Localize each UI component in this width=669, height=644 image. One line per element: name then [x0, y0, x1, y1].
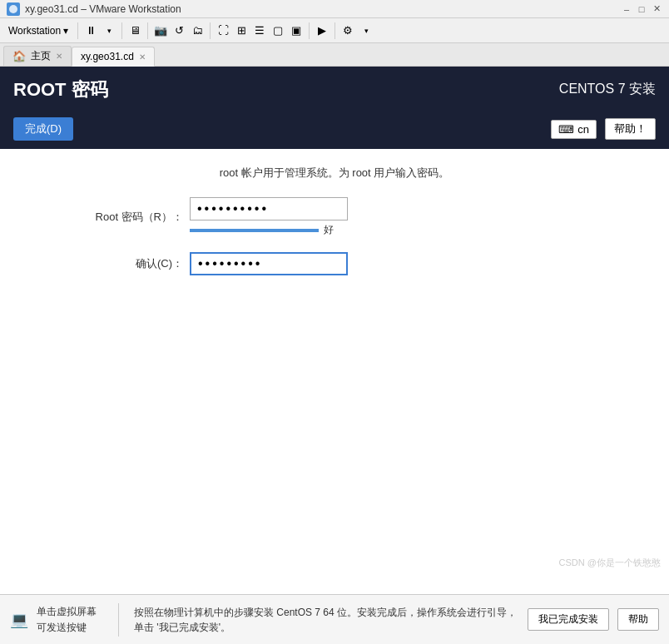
bottom-main-text: 按照在物理计算机中的步骤安装 CentOS 7 64 位。安装完成后，操作系统会…: [134, 605, 519, 635]
fullscreen2-button[interactable]: ▣: [288, 22, 305, 39]
tab-home-label: 主页: [31, 49, 51, 63]
password-label: Root 密码（R）：: [50, 210, 183, 225]
confirm-input[interactable]: [190, 252, 348, 275]
watermark: CSDN @你是一个铁憨憨: [559, 557, 661, 569]
tab-vm[interactable]: xy.geo31.cd ✕: [72, 47, 155, 67]
vm-action-bar: 完成(D) ⌨ cn 帮助！: [0, 112, 669, 149]
tab-vm-label: xy.geo31.cd: [81, 51, 134, 62]
strength-indicator: 好: [190, 223, 348, 237]
title-controls: – □ ✕: [621, 3, 662, 15]
computer-icon: 💻: [10, 611, 28, 629]
minimize-button[interactable]: –: [621, 3, 632, 15]
toolbar-separator-3: [147, 22, 148, 39]
svg-point-0: [9, 5, 17, 13]
workstation-label: Workstation: [8, 25, 61, 37]
toolbar-separator-6: [334, 22, 335, 39]
pause-button[interactable]: ⏸: [82, 22, 99, 39]
tab-home-close[interactable]: ✕: [56, 52, 62, 61]
home-icon: 🏠: [12, 50, 26, 62]
strength-label: 好: [324, 223, 334, 237]
window-title: xy.geo31.cd – VMware Workstation: [25, 3, 181, 15]
vm-description: root 帐户用于管理系统。为 root 用户输入密码。: [50, 166, 619, 181]
password-input[interactable]: [190, 197, 348, 220]
fit-guest-button[interactable]: ⊞: [233, 22, 250, 39]
tab-home[interactable]: 🏠 主页 ✕: [3, 46, 72, 66]
done-button[interactable]: 完成(D): [13, 117, 73, 141]
workstation-dropdown-arrow: ▾: [63, 25, 68, 37]
close-button[interactable]: ✕: [651, 3, 662, 15]
bottom-separator: [118, 603, 119, 637]
lang-display: cn: [577, 123, 589, 136]
bottom-line2: 可发送按键: [37, 621, 103, 635]
bottom-help-button[interactable]: 帮助: [617, 608, 659, 631]
snapshot-manager-button[interactable]: 🗂: [189, 22, 206, 39]
confirm-input-area: [190, 252, 348, 275]
title-bar: xy.geo31.cd – VMware Workstation – □ ✕: [0, 0, 669, 18]
title-bar-left: xy.geo31.cd – VMware Workstation: [7, 2, 181, 16]
revert-button[interactable]: ↺: [171, 22, 187, 39]
vm-header-right: CENTOS 7 安装: [559, 81, 656, 98]
menu-bar: Workstation ▾ ⏸ ▾ 🖥 📷 ↺ 🗂 ⛶ ⊞ ☰ ▢ ▣ ▶ ⚙ …: [0, 18, 669, 43]
toolbar-separator-2: [121, 22, 122, 39]
send-ctrl-alt-del-button[interactable]: 🖥: [126, 22, 143, 39]
strength-bar: [190, 229, 319, 232]
bottom-left-text: 单击虚拟屏幕 可发送按键: [37, 605, 103, 635]
restore-button[interactable]: □: [636, 3, 647, 15]
vm-content: root 帐户用于管理系统。为 root 用户输入密码。 Root 密码（R）：…: [0, 149, 669, 594]
snapshot-button[interactable]: 📷: [152, 22, 169, 39]
toolbar-separator-1: [77, 22, 78, 39]
vmware-icon: [7, 2, 20, 16]
tab-bar: 🏠 主页 ✕ xy.geo31.cd ✕: [0, 43, 669, 67]
console-button[interactable]: ▶: [314, 22, 330, 39]
workstation-menu[interactable]: Workstation ▾: [3, 23, 73, 38]
bottom-bar: 💻 单击虚拟屏幕 可发送按键 按照在物理计算机中的步骤安装 CentOS 7 6…: [0, 594, 669, 644]
lang-selector[interactable]: ⌨ cn: [551, 120, 597, 139]
toolbar-separator-4: [210, 22, 211, 39]
bottom-line1: 单击虚拟屏幕: [37, 605, 103, 619]
help-button[interactable]: 帮助！: [605, 118, 656, 140]
keyboard-icon: ⌨: [558, 123, 574, 136]
password-row: Root 密码（R）： 好: [50, 197, 619, 237]
fit-window-button[interactable]: ▢: [270, 22, 286, 39]
centos-label: CENTOS 7 安装: [559, 81, 656, 98]
confirm-label: 确认(C)：: [50, 256, 183, 271]
unity-button[interactable]: ☰: [251, 22, 268, 39]
content-wrapper: root 帐户用于管理系统。为 root 用户输入密码。 Root 密码（R）：…: [0, 149, 669, 594]
password-input-area: 好: [190, 197, 348, 237]
settings-button[interactable]: ⚙: [339, 22, 356, 39]
confirm-row: 确认(C)：: [50, 252, 619, 275]
tab-vm-close[interactable]: ✕: [139, 52, 146, 62]
toolbar-separator-5: [309, 22, 310, 39]
fullscreen-button[interactable]: ⛶: [215, 22, 231, 39]
vm-header-title: ROOT 密码: [13, 77, 108, 102]
finish-install-button[interactable]: 我已完成安装: [528, 608, 609, 631]
settings-dropdown[interactable]: ▾: [358, 22, 374, 39]
toolbar-dropdown-1[interactable]: ▾: [101, 22, 117, 39]
vm-header: ROOT 密码 CENTOS 7 安装: [0, 67, 669, 112]
